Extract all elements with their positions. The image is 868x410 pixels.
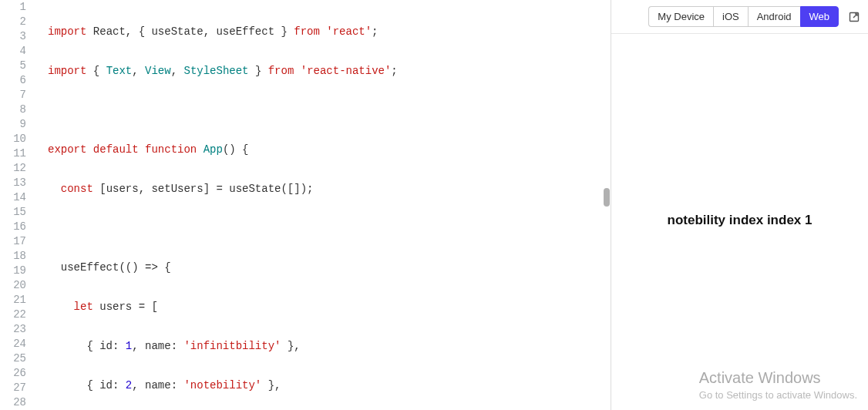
code-line: { id: 2, name: 'notebility' }, <box>48 378 611 393</box>
line-number: 6 <box>0 73 26 88</box>
popout-icon[interactable] <box>848 11 860 23</box>
line-number: 14 <box>0 190 26 205</box>
tab-my-device[interactable]: My Device <box>648 6 713 27</box>
line-number: 13 <box>0 176 26 190</box>
line-number: 18 <box>0 249 26 264</box>
preview-pane: My Device iOS Android Web notebility ind… <box>611 0 868 410</box>
preview-output-text: notebility index index 1 <box>668 213 812 228</box>
line-number: 3 <box>0 29 26 44</box>
code-line: import { Text, View, StyleSheet } from '… <box>48 64 611 79</box>
line-number: 17 <box>0 234 26 249</box>
line-number: 24 <box>0 337 26 351</box>
code-line <box>48 103 611 118</box>
code-line: export default function App() { <box>48 143 611 157</box>
tab-android[interactable]: Android <box>748 6 800 27</box>
watermark-subtitle: Go to Settings to activate Windows. <box>699 388 857 402</box>
tab-ios[interactable]: iOS <box>713 6 748 27</box>
line-number: 22 <box>0 308 26 322</box>
tab-web[interactable]: Web <box>800 6 839 27</box>
line-number: 11 <box>0 146 26 161</box>
line-number: 1 <box>0 0 26 15</box>
line-number: 10 <box>0 132 26 146</box>
watermark-title: Activate Windows <box>699 368 857 388</box>
line-number: 26 <box>0 366 26 381</box>
line-number: 7 <box>0 88 26 102</box>
code-line <box>48 221 611 236</box>
code-line: useEffect(() => { <box>48 260 611 275</box>
line-number: 28 <box>0 395 26 410</box>
line-number: 23 <box>0 322 26 337</box>
line-number: 16 <box>0 220 26 234</box>
code-line: { id: 1, name: 'infinitbility' }, <box>48 339 611 354</box>
code-editor-pane: 1 2 3 4 5 6 7 8 9 10 11 12 13 14 15 16 1… <box>0 0 611 410</box>
code-line: import React, { useState, useEffect } fr… <box>48 25 611 39</box>
line-number: 25 <box>0 351 26 366</box>
code-line: const [users, setUsers] = useState([]); <box>48 182 611 197</box>
preview-body: notebility index index 1 <box>611 34 868 407</box>
scrollbar-thumb[interactable] <box>604 188 610 207</box>
line-number: 9 <box>0 117 26 132</box>
line-number: 5 <box>0 59 26 73</box>
line-number: 2 <box>0 15 26 29</box>
line-number: 12 <box>0 161 26 176</box>
line-number: 4 <box>0 44 26 59</box>
code-content[interactable]: import React, { useState, useEffect } fr… <box>37 0 611 410</box>
line-number-gutter: 1 2 3 4 5 6 7 8 9 10 11 12 13 14 15 16 1… <box>0 0 37 410</box>
line-number: 20 <box>0 278 26 293</box>
line-number: 27 <box>0 381 26 395</box>
line-number: 19 <box>0 264 26 278</box>
line-number: 15 <box>0 205 26 220</box>
windows-activation-watermark: Activate Windows Go to Settings to activ… <box>699 368 857 402</box>
line-number: 21 <box>0 293 26 308</box>
line-number: 8 <box>0 102 26 117</box>
device-tab-bar: My Device iOS Android Web <box>611 0 868 34</box>
code-line: let users = [ <box>48 300 611 314</box>
